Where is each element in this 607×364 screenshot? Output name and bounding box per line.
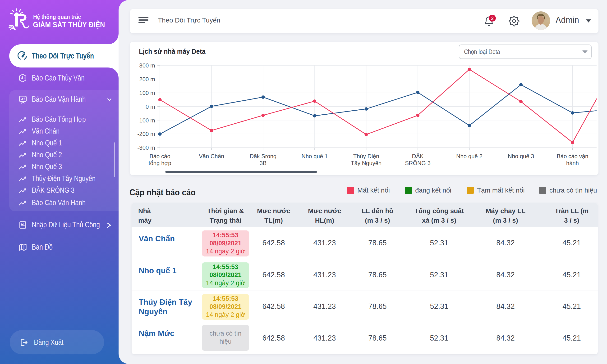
svg-text:Văn Chấn: Văn Chấn <box>199 153 224 159</box>
svg-text:300 m: 300 m <box>139 62 155 69</box>
svg-text:hành: hành <box>566 160 579 166</box>
svg-text:Đăk Srong: Đăk Srong <box>250 153 276 159</box>
svg-text:-300 m: -300 m <box>137 144 155 151</box>
svg-text:0 m: 0 m <box>146 104 155 110</box>
svg-text:100 m: 100 m <box>139 90 155 96</box>
svg-text:Báo cáo vận: Báo cáo vận <box>557 153 588 159</box>
svg-text:3B: 3B <box>260 160 266 166</box>
svg-text:Báo cáo: Báo cáo <box>149 153 170 159</box>
svg-text:Nho quế 3: Nho quế 3 <box>508 153 534 159</box>
svg-text:Nho quế 1: Nho quế 1 <box>302 153 328 159</box>
svg-text:SRÔNG 3: SRÔNG 3 <box>405 160 431 166</box>
svg-text:-100 m: -100 m <box>137 117 155 124</box>
svg-text:200 m: 200 m <box>139 76 155 82</box>
svg-text:ĐẮK: ĐẮK <box>412 153 424 159</box>
svg-text:Nho quế 2: Nho quế 2 <box>456 153 483 159</box>
svg-text:Thủy Điện: Thủy Điện <box>353 153 379 159</box>
svg-text:tổng hợp: tổng hợp <box>149 160 171 166</box>
svg-text:-200 m: -200 m <box>137 131 155 137</box>
svg-text:Tây Nguyên: Tây Nguyên <box>351 160 382 166</box>
